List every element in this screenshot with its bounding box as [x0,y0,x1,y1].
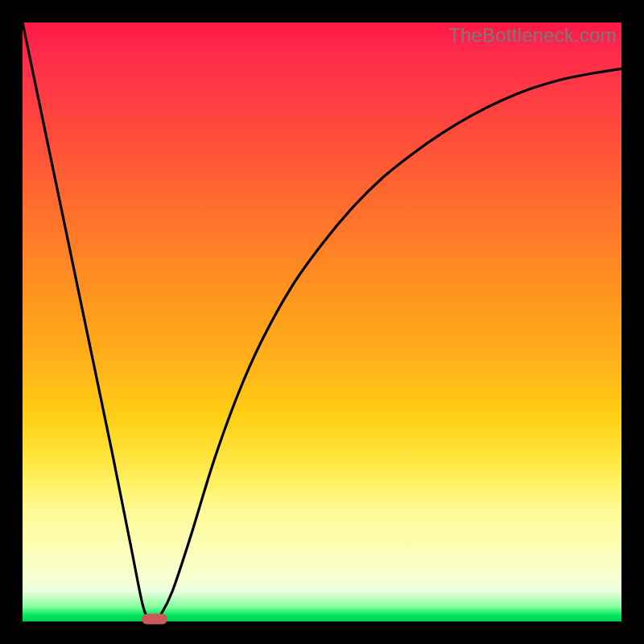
bottleneck-curve [23,23,621,621]
minimum-marker [142,614,167,625]
watermark-label: TheBottleneck.com [448,24,617,47]
chart-frame: TheBottleneck.com [23,23,621,621]
